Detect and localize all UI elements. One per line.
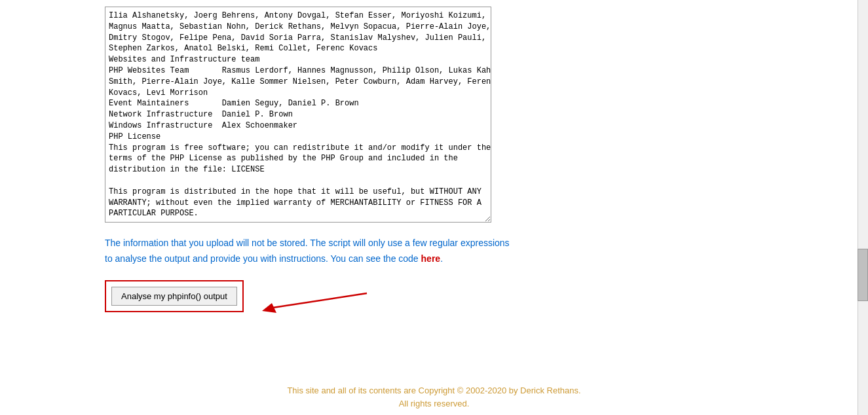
page-scrollbar[interactable] xyxy=(858,0,868,415)
scrollbar-thumb[interactable] xyxy=(858,249,868,301)
svg-line-0 xyxy=(269,293,367,308)
arrow-container xyxy=(249,283,380,319)
footer-line2: All rights reserved. xyxy=(13,397,855,411)
main-content: The information that you upload will not… xyxy=(0,0,868,345)
arrow-icon xyxy=(249,283,380,316)
code-here-link[interactable]: here xyxy=(421,253,441,264)
analyse-button[interactable]: Analyse my phpinfo() output xyxy=(111,287,237,306)
textarea-container xyxy=(105,7,763,223)
info-paragraph: The information that you upload will not… xyxy=(105,236,511,267)
footer-line1: This site and all of its contents are Co… xyxy=(13,384,855,398)
button-highlight-box: Analyse my phpinfo() output xyxy=(105,280,244,312)
info-text-end: . xyxy=(440,253,443,264)
footer: This site and all of its contents are Co… xyxy=(0,371,868,415)
button-area: Analyse my phpinfo() output xyxy=(105,280,763,312)
phpinfo-textarea[interactable] xyxy=(105,7,491,223)
info-text-main: The information that you upload will not… xyxy=(105,238,510,264)
